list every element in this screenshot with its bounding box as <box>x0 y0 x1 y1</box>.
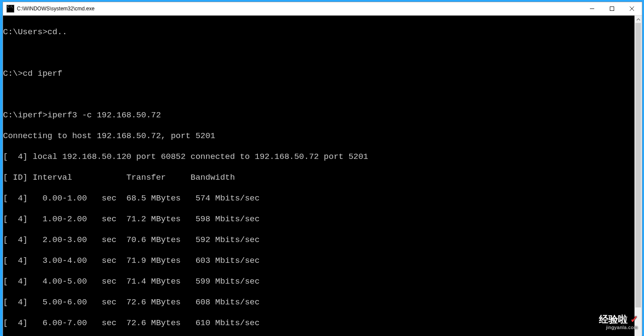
window-title: C:\WINDOWS\system32\cmd.exe <box>17 6 94 12</box>
terminal-line: C:\iperf>iperf3 -c 192.168.50.72 <box>3 110 634 120</box>
watermark-check-icon: ✓ <box>630 314 638 325</box>
desktop: C:\WINDOWS\system32\cmd.exe C:\User <box>0 0 644 336</box>
close-icon <box>630 6 634 11</box>
cmd-window: C:\WINDOWS\system32\cmd.exe C:\User <box>3 2 642 335</box>
scroll-up-button[interactable] <box>634 16 642 23</box>
minimize-icon <box>590 6 594 11</box>
watermark: 经验啦 ✓ jingyanla.com <box>599 315 638 330</box>
scroll-track[interactable] <box>634 23 642 336</box>
watermark-title: 经验啦 <box>599 314 628 325</box>
terminal-line: [ 4] 5.00-6.00 sec 72.6 MBytes 608 Mbits… <box>3 297 634 307</box>
terminal-line: C:\>cd iperf <box>3 68 634 79</box>
terminal-line: [ 4] 4.00-5.00 sec 71.4 MBytes 599 Mbits… <box>3 276 634 287</box>
vertical-scrollbar[interactable] <box>634 16 642 336</box>
terminal-line: [ 4] 3.00-4.00 sec 71.9 MBytes 603 Mbits… <box>3 255 634 266</box>
terminal-line: [ 4] 0.00-1.00 sec 68.5 MBytes 574 Mbits… <box>3 193 634 204</box>
terminal-line: Connecting to host 192.168.50.72, port 5… <box>3 131 634 141</box>
close-button[interactable] <box>622 2 642 15</box>
terminal-line: [ 4] 2.00-3.00 sec 70.6 MBytes 592 Mbits… <box>3 235 634 245</box>
terminal-line <box>3 48 634 58</box>
watermark-sub: jingyanla.com <box>599 325 638 330</box>
maximize-button[interactable] <box>602 2 622 15</box>
cmd-icon <box>6 5 14 13</box>
terminal-line: [ 4] 6.00-7.00 sec 72.6 MBytes 610 Mbits… <box>3 318 634 328</box>
terminal-line: [ ID] Interval Transfer Bandwidth <box>3 172 634 183</box>
svg-rect-1 <box>610 7 614 11</box>
maximize-icon <box>610 6 614 11</box>
chevron-up-icon <box>637 18 640 21</box>
minimize-button[interactable] <box>582 2 602 15</box>
scroll-thumb[interactable] <box>635 23 641 307</box>
titlebar[interactable]: C:\WINDOWS\system32\cmd.exe <box>3 2 642 16</box>
terminal-line <box>3 89 634 100</box>
terminal-line: C:\Users>cd.. <box>3 27 634 37</box>
terminal-line: [ 4] 1.00-2.00 sec 71.2 MBytes 598 Mbits… <box>3 214 634 224</box>
client-area: C:\Users>cd.. C:\>cd iperf C:\iperf>iper… <box>3 16 642 336</box>
terminal-line: [ 4] local 192.168.50.120 port 60852 con… <box>3 152 634 162</box>
terminal-output[interactable]: C:\Users>cd.. C:\>cd iperf C:\iperf>iper… <box>3 16 634 336</box>
